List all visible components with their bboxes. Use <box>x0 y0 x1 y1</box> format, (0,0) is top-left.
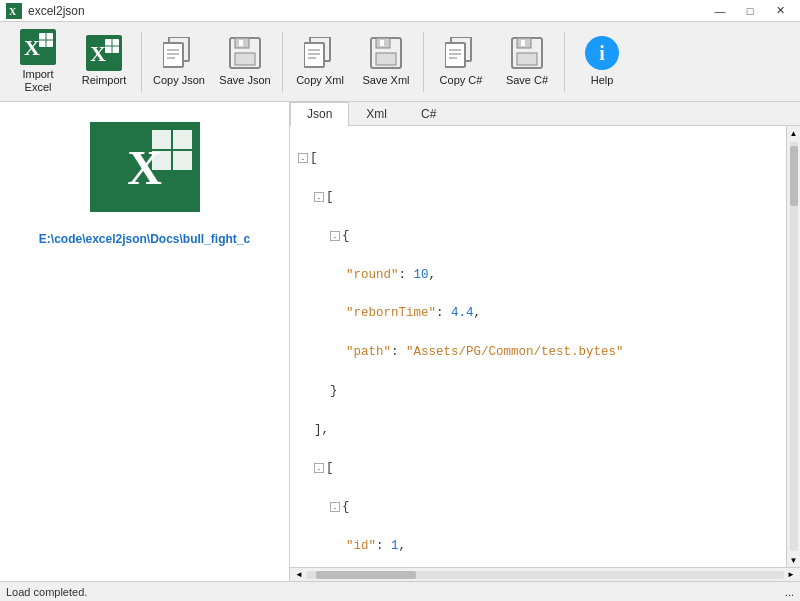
collapse-btn-3[interactable]: - <box>330 231 340 241</box>
collapse-btn-1[interactable]: - <box>298 153 308 163</box>
scrollbar-up-button[interactable]: ▲ <box>787 126 801 140</box>
code-content: -[ -[ -{ "round": 10, "rebornTime": 4.4,… <box>290 126 786 567</box>
svg-text:X: X <box>9 6 17 17</box>
svg-rect-31 <box>445 43 465 67</box>
svg-text:X: X <box>24 35 40 60</box>
status-message: Load completed. <box>6 586 87 598</box>
import-excel-button[interactable]: X Import Excel <box>6 27 70 97</box>
h-scrollbar-right-button[interactable]: ► <box>784 568 798 582</box>
status-bar: Load completed. ... <box>0 581 800 601</box>
right-panel: Json Xml C# -[ -[ -{ "round": 10, "rebor… <box>290 102 800 581</box>
save-json-button[interactable]: Save Json <box>213 27 277 97</box>
toolbar-separator-2 <box>282 32 283 92</box>
toolbar: X Import Excel X Reimport <box>0 22 800 102</box>
h-scrollbar-left-button[interactable]: ◄ <box>292 568 306 582</box>
svg-text:X: X <box>90 41 106 66</box>
save-xml-icon <box>368 35 404 71</box>
save-json-icon <box>227 35 263 71</box>
close-button[interactable]: ✕ <box>766 2 794 20</box>
svg-rect-22 <box>304 43 324 67</box>
svg-rect-13 <box>163 43 183 67</box>
svg-rect-29 <box>380 40 384 46</box>
import-excel-icon: X <box>20 29 56 65</box>
svg-rect-20 <box>239 40 243 46</box>
title-controls: — □ ✕ <box>706 2 794 20</box>
reimport-label: Reimport <box>82 74 127 87</box>
toolbar-separator-1 <box>141 32 142 92</box>
excel-logo: X <box>90 122 200 212</box>
collapse-btn-2[interactable]: - <box>314 192 324 202</box>
save-xml-button[interactable]: Save Xml <box>354 27 418 97</box>
code-scroll[interactable]: -[ -[ -{ "round": 10, "rebornTime": 4.4,… <box>290 126 786 567</box>
copy-json-label: Copy Json <box>153 74 205 87</box>
copy-xml-button[interactable]: Copy Xml <box>288 27 352 97</box>
reimport-icon: X <box>86 35 122 71</box>
file-path-prefix: E:\code\excel2json\Docs\ <box>39 232 183 246</box>
reimport-button[interactable]: X Reimport <box>72 27 136 97</box>
svg-rect-37 <box>517 53 537 65</box>
copy-json-icon <box>161 35 197 71</box>
help-icon: i <box>584 35 620 71</box>
excel-logo-x: X <box>127 140 162 195</box>
toolbar-separator-3 <box>423 32 424 92</box>
copy-csharp-button[interactable]: Copy C# <box>429 27 493 97</box>
app-icon: X <box>6 3 22 19</box>
horizontal-scrollbar: ◄ ► <box>290 567 800 581</box>
copy-csharp-icon <box>443 35 479 71</box>
svg-rect-38 <box>521 40 525 46</box>
file-name: bull_fight_c <box>183 232 250 246</box>
scrollbar-thumb[interactable] <box>790 146 798 206</box>
scrollbar-down-button[interactable]: ▼ <box>787 553 801 567</box>
save-csharp-label: Save C# <box>506 74 548 87</box>
app-title: excel2json <box>28 4 85 18</box>
import-excel-label: Import Excel <box>9 68 67 94</box>
copy-csharp-label: Copy C# <box>440 74 483 87</box>
collapse-btn-5[interactable]: - <box>330 502 340 512</box>
help-label: Help <box>591 74 614 87</box>
help-button[interactable]: i Help <box>570 27 634 97</box>
minimize-button[interactable]: — <box>706 2 734 20</box>
toolbar-separator-4 <box>564 32 565 92</box>
tabs: Json Xml C# <box>290 102 800 126</box>
status-dots: ... <box>785 586 794 598</box>
copy-xml-icon <box>302 35 338 71</box>
maximize-button[interactable]: □ <box>736 2 764 20</box>
copy-xml-label: Copy Xml <box>296 74 344 87</box>
svg-rect-19 <box>235 53 255 65</box>
save-csharp-button[interactable]: Save C# <box>495 27 559 97</box>
title-left: X excel2json <box>6 3 85 19</box>
svg-rect-28 <box>376 53 396 65</box>
code-container: -[ -[ -{ "round": 10, "rebornTime": 4.4,… <box>290 126 800 567</box>
tab-csharp[interactable]: C# <box>404 102 453 125</box>
left-panel: X E:\code\excel2json\Docs\bull_fight_c <box>0 102 290 581</box>
tab-xml[interactable]: Xml <box>349 102 404 125</box>
h-scrollbar-track <box>306 571 784 579</box>
copy-json-button[interactable]: Copy Json <box>147 27 211 97</box>
scrollbar-track <box>790 142 798 551</box>
vertical-scrollbar[interactable]: ▲ ▼ <box>786 126 800 567</box>
file-path: E:\code\excel2json\Docs\bull_fight_c <box>39 232 250 246</box>
main-content: X E:\code\excel2json\Docs\bull_fight_c J… <box>0 102 800 581</box>
save-xml-label: Save Xml <box>362 74 409 87</box>
save-csharp-icon <box>509 35 545 71</box>
save-json-label: Save Json <box>219 74 270 87</box>
h-scrollbar-thumb[interactable] <box>316 571 416 579</box>
tab-json[interactable]: Json <box>290 102 349 126</box>
title-bar: X excel2json — □ ✕ <box>0 0 800 22</box>
collapse-btn-4[interactable]: - <box>314 463 324 473</box>
